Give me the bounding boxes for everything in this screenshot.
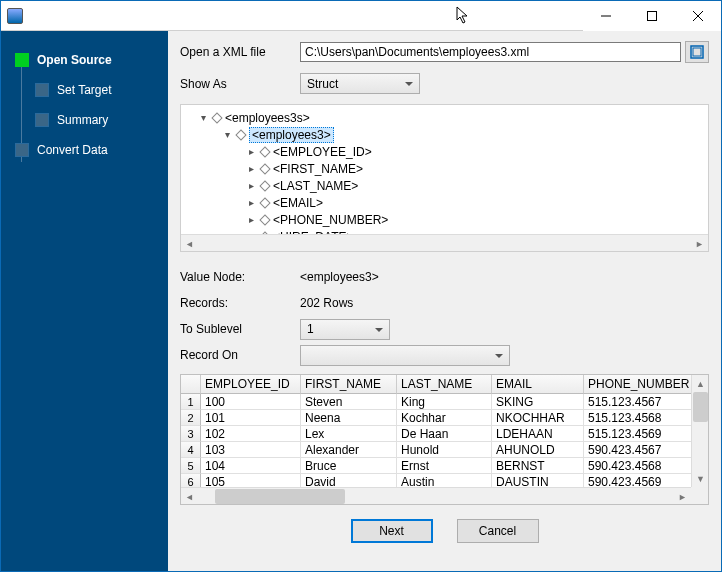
column-header[interactable]: EMPLOYEE_ID — [201, 375, 301, 394]
grid-cell[interactable]: NKOCHHAR — [492, 410, 584, 426]
grid-cell[interactable]: 102 — [201, 426, 301, 442]
minimize-button[interactable] — [583, 1, 629, 31]
row-header[interactable]: 2 — [181, 410, 201, 426]
tree-horizontal-scrollbar[interactable]: ◄ ► — [181, 234, 708, 251]
grid-cell[interactable]: Neena — [301, 410, 397, 426]
tree-node[interactable]: ▸<LAST_NAME> — [187, 177, 702, 194]
maximize-button[interactable] — [629, 1, 675, 31]
collapse-icon[interactable]: ▾ — [197, 112, 209, 123]
sidebar-item-open-source[interactable]: Open Source — [1, 45, 168, 75]
tree-node[interactable]: ▾<employees3s> — [187, 109, 702, 126]
tree-node-label: <EMPLOYEE_ID> — [273, 145, 372, 159]
show-as-label: Show As — [180, 77, 300, 91]
row-header[interactable]: 3 — [181, 426, 201, 442]
record-on-select[interactable] — [300, 345, 510, 366]
grid-cell[interactable]: King — [397, 394, 492, 410]
tree-node-label: <employees3s> — [225, 111, 310, 125]
grid-cell[interactable]: Steven — [301, 394, 397, 410]
tree-node[interactable]: ▸<EMAIL> — [187, 194, 702, 211]
file-path-input[interactable] — [300, 42, 681, 62]
grid-cell[interactable]: 100 — [201, 394, 301, 410]
node-icon — [235, 129, 246, 140]
tree-node-label: <LAST_NAME> — [273, 179, 358, 193]
node-icon — [259, 163, 270, 174]
grid-cell[interactable]: AHUNOLD — [492, 442, 584, 458]
app-icon — [7, 8, 23, 24]
expand-icon[interactable]: ▸ — [245, 197, 257, 208]
next-button[interactable]: Next — [351, 519, 433, 543]
content-pane: Open a XML file Show As Struct ▾<employe… — [168, 31, 721, 571]
grid-corner — [181, 375, 201, 394]
sidebar-item-label: Open Source — [37, 53, 112, 67]
wizard-sidebar: Open Source Set Target Summary Convert D… — [1, 31, 168, 571]
row-header[interactable]: 1 — [181, 394, 201, 410]
grid-cell[interactable]: 590.423.4568 — [584, 458, 696, 474]
sidebar-item-convert-data[interactable]: Convert Data — [1, 135, 168, 165]
tree-node[interactable]: ▾<employees3> — [187, 126, 702, 143]
column-header[interactable]: LAST_NAME — [397, 375, 492, 394]
browse-button[interactable] — [685, 41, 709, 63]
svg-rect-5 — [693, 48, 701, 56]
column-header[interactable]: PHONE_NUMBER — [584, 375, 696, 394]
tree-node-label: <EMAIL> — [273, 196, 323, 210]
node-icon — [259, 197, 270, 208]
tree-node-label: <employees3> — [249, 127, 334, 143]
node-icon — [259, 146, 270, 157]
tree-node[interactable]: ▸<EMPLOYEE_ID> — [187, 143, 702, 160]
tree-node[interactable]: ▸<FIRST_NAME> — [187, 160, 702, 177]
row-header[interactable]: 5 — [181, 458, 201, 474]
grid-cell[interactable]: LDEHAAN — [492, 426, 584, 442]
grid-horizontal-scrollbar[interactable]: ◄ ► — [181, 487, 691, 504]
sidebar-item-set-target[interactable]: Set Target — [1, 75, 168, 105]
titlebar — [1, 1, 721, 31]
grid-cell[interactable]: Ernst — [397, 458, 492, 474]
expand-icon[interactable]: ▸ — [245, 180, 257, 191]
row-header[interactable]: 4 — [181, 442, 201, 458]
close-button[interactable] — [675, 1, 721, 31]
to-sublevel-label: To Sublevel — [180, 322, 300, 336]
records-value: 202 Rows — [300, 296, 353, 310]
data-grid[interactable]: EMPLOYEE_IDFIRST_NAMELAST_NAMEEMAILPHONE… — [180, 374, 709, 505]
grid-cell[interactable]: Hunold — [397, 442, 492, 458]
expand-icon[interactable]: ▸ — [245, 214, 257, 225]
grid-cell[interactable]: De Haan — [397, 426, 492, 442]
grid-cell[interactable]: Kochhar — [397, 410, 492, 426]
cancel-button[interactable]: Cancel — [457, 519, 539, 543]
records-label: Records: — [180, 296, 300, 310]
grid-cell[interactable]: 101 — [201, 410, 301, 426]
grid-cell[interactable]: 515.123.4569 — [584, 426, 696, 442]
node-icon — [259, 214, 270, 225]
grid-cell[interactable]: 590.423.4567 — [584, 442, 696, 458]
grid-vertical-scrollbar[interactable]: ▲ ▼ — [691, 375, 708, 487]
grid-cell[interactable]: Bruce — [301, 458, 397, 474]
tree-node[interactable]: ▸<PHONE_NUMBER> — [187, 211, 702, 228]
expand-icon[interactable]: ▸ — [245, 163, 257, 174]
node-icon — [259, 180, 270, 191]
grid-cell[interactable]: 104 — [201, 458, 301, 474]
grid-cell[interactable]: 515.123.4567 — [584, 394, 696, 410]
grid-cell[interactable]: Lex — [301, 426, 397, 442]
expand-icon[interactable]: ▸ — [245, 146, 257, 157]
column-header[interactable]: FIRST_NAME — [301, 375, 397, 394]
value-node-value: <employees3> — [300, 270, 379, 284]
collapse-icon[interactable]: ▾ — [221, 129, 233, 140]
to-sublevel-select[interactable]: 1 — [300, 319, 390, 340]
record-on-label: Record On — [180, 348, 300, 362]
tree-node-label: <PHONE_NUMBER> — [273, 213, 388, 227]
sidebar-item-summary[interactable]: Summary — [1, 105, 168, 135]
sidebar-item-label: Convert Data — [37, 143, 108, 157]
grid-cell[interactable]: BERNST — [492, 458, 584, 474]
sidebar-item-label: Summary — [57, 113, 108, 127]
show-as-select[interactable]: Struct — [300, 73, 420, 94]
open-file-label: Open a XML file — [180, 45, 300, 59]
xml-tree[interactable]: ▾<employees3s>▾<employees3>▸<EMPLOYEE_ID… — [180, 104, 709, 252]
grid-cell[interactable]: Alexander — [301, 442, 397, 458]
grid-cell[interactable]: 515.123.4568 — [584, 410, 696, 426]
folder-icon — [690, 45, 704, 59]
column-header[interactable]: EMAIL — [492, 375, 584, 394]
grid-cell[interactable]: 103 — [201, 442, 301, 458]
grid-cell[interactable]: SKING — [492, 394, 584, 410]
sidebar-item-label: Set Target — [57, 83, 111, 97]
svg-rect-1 — [648, 11, 657, 20]
tree-node-label: <FIRST_NAME> — [273, 162, 363, 176]
